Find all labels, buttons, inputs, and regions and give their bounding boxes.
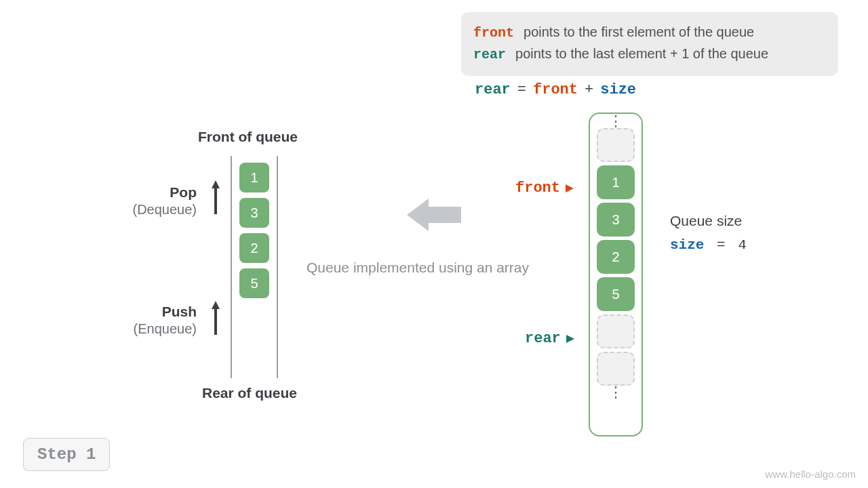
queue-size-label: Queue size xyxy=(670,210,747,232)
array-slot: 5 xyxy=(597,277,635,311)
queue-cell: 3 xyxy=(239,198,269,228)
array-slot: 3 xyxy=(597,203,635,237)
triangle-right-icon xyxy=(566,184,574,192)
rear-description: points to the last element + 1 of the qu… xyxy=(515,43,768,64)
push-sub: (Enqueue) xyxy=(108,321,197,337)
eq-rear: rear xyxy=(475,81,511,98)
equation: rear = front + size xyxy=(475,81,636,98)
pop-title: Pop xyxy=(108,184,197,201)
array-slot-empty xyxy=(597,314,635,348)
front-pointer: front xyxy=(515,180,574,197)
arrow-up-icon xyxy=(210,300,222,336)
queue-size-block: Queue size size = 4 xyxy=(670,210,747,256)
queue-cell: 1 xyxy=(239,163,269,192)
rear-keyword: rear xyxy=(473,44,506,65)
front-keyword: front xyxy=(473,22,514,43)
array-container: ⋮ 1 3 2 5 ⋮ xyxy=(589,113,643,436)
queue-cell: 2 xyxy=(239,233,269,263)
eq-equals: = xyxy=(517,81,526,98)
arrow-up-icon xyxy=(210,179,222,216)
rear-of-queue-label: Rear of queue xyxy=(202,385,297,401)
eq-plus: + xyxy=(585,81,593,98)
pop-op: Pop (Dequeue) xyxy=(108,184,197,218)
vertical-ellipsis-icon: ⋮ xyxy=(608,118,623,125)
eq-front: front xyxy=(533,81,578,98)
triangle-right-icon xyxy=(566,335,574,343)
eq-size: size xyxy=(600,81,636,98)
definitions-box: front points to the first element of the… xyxy=(461,12,838,76)
rear-pointer: rear xyxy=(525,330,574,347)
size-value: 4 xyxy=(738,237,747,253)
caption: Queue implemented using an array xyxy=(307,260,529,276)
rear-pointer-label: rear xyxy=(525,330,561,347)
array-slot-empty xyxy=(597,352,635,386)
push-title: Push xyxy=(108,304,197,320)
watermark: www.hello-algo.com xyxy=(766,468,856,480)
queue-cell: 5 xyxy=(239,268,269,298)
size-keyword: size xyxy=(670,237,704,253)
pop-sub: (Dequeue) xyxy=(108,202,197,218)
array-slot: 1 xyxy=(597,165,635,199)
push-op: Push (Enqueue) xyxy=(108,304,197,337)
vertical-ellipsis-icon: ⋮ xyxy=(608,389,623,396)
size-equals: = xyxy=(717,237,726,253)
front-description: points to the first element of the queue xyxy=(524,22,754,43)
arrow-left-icon xyxy=(407,195,461,235)
array-slot-empty xyxy=(597,128,635,162)
array-slot: 2 xyxy=(597,240,635,274)
step-badge: Step 1 xyxy=(23,438,110,471)
queue-rails: 1 3 2 5 xyxy=(231,156,278,378)
front-pointer-label: front xyxy=(515,180,560,197)
front-of-queue-label: Front of queue xyxy=(198,129,298,145)
